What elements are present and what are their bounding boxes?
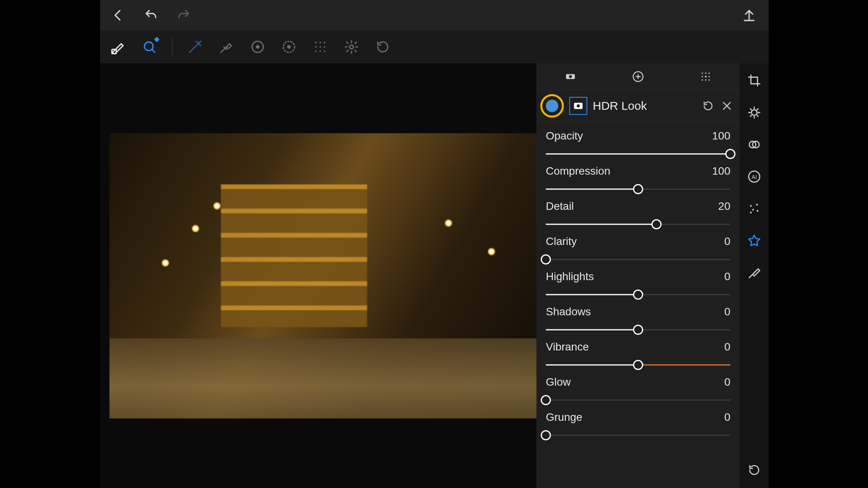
slider-value: 0 [724,411,730,424]
svg-point-11 [319,42,321,43]
mask-toggle-icon[interactable] [563,69,578,84]
slider-highlights[interactable]: Highlights0 [546,268,730,303]
presets-icon[interactable] [746,137,762,152]
slider-track[interactable] [546,324,730,335]
svg-point-17 [319,50,321,52]
pen-tool[interactable] [187,38,204,55]
layer-mask-thumb[interactable] [569,97,587,115]
reset-filter-icon[interactable] [701,99,715,113]
slider-value: 0 [724,270,730,283]
svg-line-42 [757,115,758,116]
gear-icon[interactable] [343,38,360,55]
svg-point-27 [708,72,710,74]
svg-text:AI: AI [751,174,757,180]
slider-track[interactable] [546,219,730,230]
slider-track[interactable] [546,395,730,406]
brush-sidebar-icon[interactable] [746,265,762,281]
svg-point-25 [702,72,703,74]
radial-soft-tool[interactable] [280,38,298,55]
svg-point-15 [324,46,325,48]
slider-label: Glow [546,376,571,388]
mask-toolbar [100,30,769,63]
svg-marker-54 [749,235,760,246]
ai-icon[interactable]: AI [746,169,762,184]
slider-label: Highlights [546,270,594,283]
slider-detail[interactable]: Detail20 [546,198,730,233]
add-layer-icon[interactable] [631,69,646,84]
scatter-icon[interactable] [746,201,762,216]
slider-compression[interactable]: Compression100 [546,163,730,198]
close-icon[interactable] [720,99,733,113]
image-preview [109,133,539,418]
slider-track[interactable] [546,148,730,159]
canvas[interactable] [100,63,548,488]
slider-thumb[interactable] [633,360,643,370]
adjust-panel: HDR Look Opacity100Compression100Detail2… [536,63,740,488]
svg-point-12 [324,42,325,43]
grid-tool[interactable] [312,38,329,55]
fx-icon[interactable] [746,233,762,248]
svg-point-32 [705,79,707,81]
svg-line-4 [152,49,155,52]
slider-thumb[interactable] [651,219,662,229]
layer-avatar[interactable] [540,94,564,118]
undo-icon[interactable] [143,7,159,23]
blend-grid-icon[interactable] [698,69,713,84]
slider-shadows[interactable]: Shadows0 [546,303,730,338]
svg-point-19 [350,45,353,49]
svg-point-9 [287,45,291,49]
toolbar-separator [172,38,172,55]
redo-icon[interactable] [176,7,192,23]
slider-thumb[interactable] [541,395,551,405]
loupe-tool[interactable] [141,38,158,55]
slider-label: Detail [546,200,574,213]
slider-thumb[interactable] [541,430,551,440]
svg-point-31 [702,79,703,81]
reset-all-icon[interactable] [746,462,762,478]
slider-grunge[interactable]: Grunge0 [546,409,730,444]
radial-tool[interactable] [249,38,266,55]
slider-vibrance[interactable]: Vibrance0 [546,338,730,374]
slider-label: Compression [546,165,610,177]
slider-value: 20 [718,200,730,213]
svg-point-50 [756,204,758,206]
slider-label: Grunge [546,411,582,424]
svg-point-7 [256,45,260,49]
exposure-icon[interactable] [746,105,762,120]
slider-thumb[interactable] [633,184,643,194]
eyedropper-tool[interactable] [218,38,235,55]
svg-point-33 [708,79,710,81]
svg-point-30 [708,76,710,77]
svg-point-36 [751,110,757,115]
slider-clarity[interactable]: Clarity0 [546,233,730,268]
back-icon[interactable] [110,7,126,23]
slider-value: 100 [712,165,730,177]
export-icon[interactable] [741,7,757,23]
svg-point-51 [752,209,754,211]
slider-glow[interactable]: Glow0 [546,374,730,409]
slider-value: 100 [712,130,730,142]
svg-point-49 [750,205,752,207]
slider-track[interactable] [546,359,730,370]
svg-point-16 [315,50,317,52]
svg-point-14 [319,46,321,48]
slider-track[interactable] [546,184,730,195]
slider-thumb[interactable] [725,149,735,159]
svg-point-13 [315,46,317,48]
slider-list: Opacity100Compression100Detail20Clarity0… [536,122,740,488]
slider-thumb[interactable] [633,325,643,335]
svg-line-43 [750,115,751,116]
svg-point-52 [757,210,759,212]
slider-value: 0 [724,306,730,318]
slider-thumb[interactable] [541,254,551,265]
reset-tool-icon[interactable] [374,38,391,55]
slider-track[interactable] [546,430,730,441]
slider-opacity[interactable]: Opacity100 [546,127,730,163]
brush-mask-tool[interactable] [109,38,127,55]
slider-value: 0 [724,376,730,388]
slider-thumb[interactable] [633,290,643,300]
svg-point-29 [705,75,707,77]
crop-icon[interactable] [746,73,762,88]
slider-track[interactable] [546,254,730,265]
slider-track[interactable] [546,289,730,300]
